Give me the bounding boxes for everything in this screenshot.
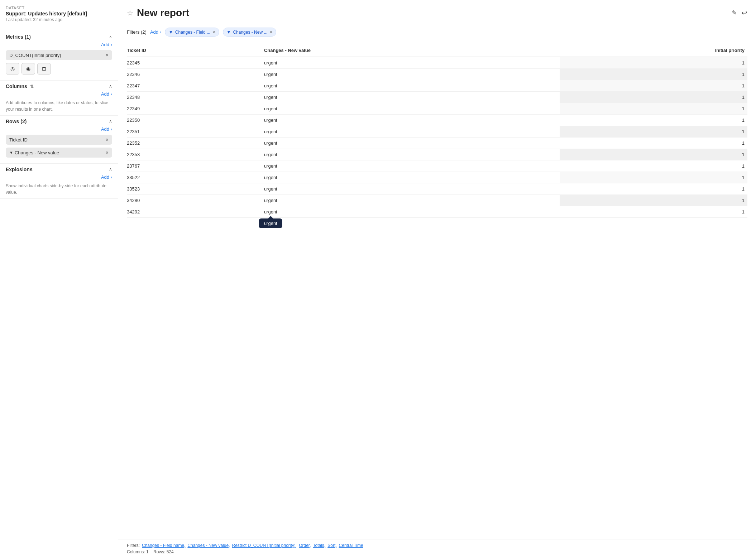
bottom-filters: Filters: Changes - Field name, Changes -… (127, 543, 747, 548)
chart-type-icons: ◎ ◉ ⊡ (6, 63, 112, 74)
star-icon[interactable]: ☆ (127, 9, 133, 17)
main-content: ☆ New report ✎ ↩ Filters (2) Add › ▼ Cha… (118, 0, 756, 558)
table-row: 34292urgenturgent1 (127, 206, 747, 218)
rows-add-link[interactable]: Add › (6, 126, 112, 132)
cell-new-value: urgent (264, 69, 560, 80)
col-header-initial-priority: Initial priority (560, 44, 748, 57)
rows-section: Rows (2) ∧ Add › Ticket ID × ▼ Changes -… (0, 116, 118, 164)
tooltip-container: urgenturgent (264, 209, 277, 215)
filter-chip-2: ▼ Changes - New ... × (223, 28, 277, 37)
filter-chip-close-2[interactable]: × (269, 29, 272, 35)
cell-new-value: urgenturgent (264, 206, 560, 218)
explosions-title: Explosions (6, 167, 33, 172)
cell-new-value: urgent (264, 57, 560, 69)
cell-new-value: urgent (264, 126, 560, 138)
columns-add-link[interactable]: Add › (6, 91, 112, 97)
sidebar: Dataset Support: Updates history [defaul… (0, 0, 118, 558)
explosions-add-link[interactable]: Add › (6, 174, 112, 180)
droplet-icon[interactable]: ◎ (6, 63, 19, 74)
columns-chevron-icon[interactable]: ∧ (109, 84, 112, 89)
cell-initial-priority: 1 (560, 92, 748, 103)
cell-initial-priority: 1 (560, 195, 748, 206)
rows-title: Rows (2) (6, 119, 27, 124)
add-filter-button[interactable]: Add › (150, 29, 161, 35)
bubble-icon[interactable]: ⊡ (37, 63, 51, 74)
cell-new-value: urgent (264, 172, 560, 183)
table-row: 22347urgent1 (127, 80, 747, 92)
cell-new-value: urgent (264, 160, 560, 172)
cell-ticket-id: 34292 (127, 206, 264, 218)
cell-ticket-id: 33523 (127, 183, 264, 195)
metric-chip-close[interactable]: × (106, 52, 109, 58)
cell-ticket-id: 33522 (127, 172, 264, 183)
cell-new-value: urgent (264, 92, 560, 103)
bottom-filter-link-1[interactable]: Changes - Field name, (142, 543, 185, 548)
cell-ticket-id: 23767 (127, 160, 264, 172)
cell-ticket-id: 22347 (127, 80, 264, 92)
cell-ticket-id: 22349 (127, 103, 264, 115)
metrics-title: Metrics (1) (6, 34, 31, 40)
cell-ticket-id: 22351 (127, 126, 264, 138)
cell-initial-priority: 1 (560, 138, 748, 149)
bottom-filter-link-7[interactable]: Central Time (339, 543, 363, 548)
bottom-summary: Columns: 1 Rows: 524 (127, 549, 747, 554)
cell-ticket-id: 22352 (127, 138, 264, 149)
row-chip-close-ticket-id[interactable]: × (106, 137, 109, 143)
table-row: 22351urgent1 (127, 126, 747, 138)
cell-new-value: urgent (264, 138, 560, 149)
table-row: 22350urgent1 (127, 115, 747, 126)
filter-chip-label-1: Changes - Field ... (175, 30, 210, 35)
explosions-placeholder: Show individual charts side-by-side for … (6, 183, 112, 196)
cell-ticket-id: 22345 (127, 57, 264, 69)
bottom-filter-link-4[interactable]: Order, (299, 543, 311, 548)
cell-initial-priority: 1 (560, 126, 748, 138)
tooltip-bubble: urgent (259, 218, 282, 228)
explosions-section: Explosions ∧ Add › Show individual chart… (0, 164, 118, 199)
cell-ticket-id: 22348 (127, 92, 264, 103)
filter-chip-close-1[interactable]: × (212, 29, 215, 35)
columns-header: Columns ⇅ ∧ (6, 83, 112, 89)
columns-sort-icon: ⇅ (30, 84, 34, 89)
edit-icon[interactable]: ✎ (732, 9, 737, 17)
explosions-chevron-icon[interactable]: ∧ (109, 167, 112, 172)
cell-new-value: urgent (264, 183, 560, 195)
bottom-filter-link-6[interactable]: Sort, (327, 543, 336, 548)
rows-chevron-icon[interactable]: ∧ (109, 119, 112, 124)
wave-icon[interactable]: ◉ (21, 63, 35, 74)
cell-ticket-id: 22350 (127, 115, 264, 126)
row-chip-changes-new-value: ▼ Changes - New value × (6, 148, 112, 158)
bottom-filter-link-2[interactable]: Changes - New value, (187, 543, 230, 548)
header-actions: ✎ ↩ (732, 9, 747, 17)
undo-icon[interactable]: ↩ (741, 9, 747, 17)
table-row: 23767urgent1 (127, 160, 747, 172)
filters-bar: Filters (2) Add › ▼ Changes - Field ... … (118, 23, 756, 41)
cell-initial-priority: 1 (560, 183, 748, 195)
metrics-chevron-icon[interactable]: ∧ (109, 34, 112, 39)
filter-funnel-icon: ▼ (9, 150, 13, 155)
title-area: ☆ New report (127, 7, 189, 19)
row-chip-close-changes[interactable]: × (106, 150, 109, 155)
cell-initial-priority: 1 (560, 115, 748, 126)
row-chip-label-ticket-id: Ticket ID (9, 137, 28, 143)
cell-new-value: urgent (264, 80, 560, 92)
cell-new-value: urgent (264, 115, 560, 126)
columns-count: Columns: 1 (127, 549, 149, 554)
bottom-filter-link-3[interactable]: Restrict D_COUNT(Initial priority), (232, 543, 297, 548)
dataset-updated: Last updated: 32 minutes ago (6, 17, 112, 22)
table-row: 22346urgent1 (127, 69, 747, 80)
cell-initial-priority: 1 (560, 149, 748, 160)
cell-initial-priority: 1 (560, 160, 748, 172)
explosions-header: Explosions ∧ (6, 167, 112, 172)
row-chip-label-changes: Changes - New value (15, 150, 59, 155)
metrics-add-link[interactable]: Add › (6, 42, 112, 47)
table-row: 22345urgent1 (127, 57, 747, 69)
table-row: 33523urgent1 (127, 183, 747, 195)
cell-new-value: urgent (264, 149, 560, 160)
col-header-ticket-id: Ticket ID (127, 44, 264, 57)
cell-ticket-id: 22346 (127, 69, 264, 80)
columns-section: Columns ⇅ ∧ Add › Add attributes to colu… (0, 81, 118, 116)
bottom-filter-link-5[interactable]: Totals, (313, 543, 326, 548)
filter-chip-1: ▼ Changes - Field ... × (165, 28, 219, 37)
metrics-section: Metrics (1) ∧ Add › D_COUNT(Initial prio… (0, 31, 118, 81)
table-row: 22349urgent1 (127, 103, 747, 115)
